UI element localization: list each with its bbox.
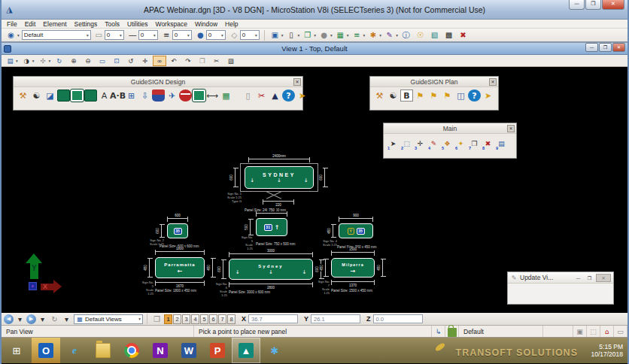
clip-volume-icon[interactable]: ✂ [210,56,223,66]
view-next-dropdown[interactable]: ▾ [37,314,48,324]
models-icon[interactable]: ● ▾ [318,29,333,41]
guide-sign-panel[interactable]: 35 [167,223,188,238]
help-icon[interactable]: ? [468,89,481,102]
sign-text-icon[interactable]: A [98,89,111,102]
microstation-button[interactable]: ▲ [232,338,260,363]
view-rotation-dropdown[interactable]: ▾ [61,314,72,324]
update-view-titlebar[interactable]: ✎ Update Vi... —❐✕ [508,272,613,284]
menu-item[interactable]: Tools [102,20,123,28]
menu-item[interactable]: Help [222,20,241,28]
sign-library-icon[interactable]: B [400,89,413,102]
view-rotation-button[interactable]: ↻ [49,314,60,324]
x-coordinate-field[interactable]: 36.7 [248,314,298,323]
cut-sign-icon[interactable]: ✂ [255,89,268,102]
view-toggle[interactable]: 2 [173,314,181,324]
panel-layout-icon[interactable]: ▦ [220,89,232,102]
palette-titlebar[interactable]: GuideSIGN Design ✕ [14,77,302,87]
webex-button[interactable]: ✱ [260,338,289,363]
walk-icon[interactable]: ∞ [153,56,166,66]
delete-element-icon[interactable]: ✖ [457,29,470,41]
copy-view-icon[interactable]: ❐ [196,56,209,66]
airport-symbol-icon[interactable]: ✈ [166,89,178,102]
rotate-signpost-icon[interactable]: ⚑ [427,89,440,102]
view-minimize-button[interactable]: — [585,43,598,52]
z-coordinate-field[interactable]: 0.0 [373,314,423,323]
palette-icon[interactable]: ☯ [387,89,400,102]
view-toggle[interactable]: 8 [227,314,235,324]
color-picker[interactable]: ▭ 0▾ [93,29,125,41]
guide-sign-panel[interactable]: Parramatta ← [155,257,205,278]
transparency-picker[interactable]: ◇ 0▾ [228,29,260,41]
guide-sign-panel[interactable]: SYDNEY ↓↓↓ [245,166,314,189]
taskbar-clock[interactable]: 5:15 PM 10/17/2018 [591,343,627,358]
view-toggle[interactable]: 5 [200,314,208,324]
view-toggle[interactable]: 4 [191,314,199,324]
word-button[interactable]: W [175,338,203,363]
wrench-icon[interactable]: ⚒ [17,89,29,102]
menu-item[interactable]: Settings [71,20,101,28]
abbreviation-icon[interactable]: A·B [111,89,124,102]
drawing-canvas[interactable]: GuideSIGN Design ✕ ⚒☯◪AA·B⊞⇩✈⟷▦ ▯✂▲?➤ Gu… [2,67,627,313]
dimension-tool-icon[interactable]: ⟷ [206,89,219,102]
view-next-icon[interactable]: ↷ [181,56,195,66]
internet-explorer-button[interactable]: e [60,338,89,363]
y-coordinate-field[interactable]: 26.1 [311,314,360,323]
pan-view-icon[interactable]: ✛ [138,56,152,66]
view-previous-button[interactable]: ◀ [4,314,14,324]
close-button[interactable]: ✕ [602,0,624,10]
no-entry-symbol-icon[interactable] [179,89,192,102]
reference-icon[interactable]: ❐ ▾ [301,29,317,41]
update-minimize-button[interactable]: — [573,274,583,282]
menu-item[interactable]: Element [40,20,69,28]
delete-element-tool[interactable]: ✖ 8 [482,136,494,150]
help-icon[interactable]: ? [282,89,295,102]
update-view-icon[interactable]: ↻ [53,56,66,66]
clip-mask-icon[interactable]: ▨ [224,56,238,66]
chrome-button[interactable] [117,338,146,363]
view-toggle[interactable]: 7 [218,314,226,324]
menu-item[interactable]: Workspace [153,20,190,28]
cell-selector-icon[interactable]: ▩ [442,29,456,41]
import-icon[interactable]: ⇩ [138,89,151,102]
place-panel-icon[interactable] [71,89,84,102]
active-locks-status[interactable]: Default [459,326,543,337]
display-style-icon[interactable]: ◑ ▾ [20,56,36,66]
new-file-icon[interactable]: ▯ ▾ [285,29,301,41]
zoom-in-icon[interactable]: ⊕ [67,56,81,66]
guide-sign-panel[interactable]: Sydney ↓↓↓ [229,259,313,280]
view-toggle[interactable]: 3 [182,314,190,324]
palette-titlebar[interactable]: GuideSIGN Plan ✕ [370,77,498,87]
powerpoint-button[interactable]: P [203,338,232,363]
guide-sign-panel[interactable]: Milperra → [331,258,375,278]
active-settings-icon[interactable]: ▣ ▾ [269,29,284,41]
active-element-button[interactable]: ◉ ▾ [5,29,20,41]
update-close-button[interactable]: ✕ [596,274,611,282]
adjust-view-icon[interactable]: ✣ ▾ [37,56,53,66]
menu-item[interactable]: Edit [22,20,39,28]
fence-tool[interactable]: ⬚ 2 [400,136,413,150]
move-signpost-icon[interactable]: ⚑ [441,89,454,102]
edit-panel-icon[interactable] [84,89,97,102]
menu-item[interactable]: Utilities [124,20,150,28]
report-icon[interactable]: ▯ [242,89,254,102]
groups-tool[interactable]: ❖ 5 [441,136,454,150]
element-info-icon[interactable]: ⓘ [400,29,413,41]
start-button[interactable]: ⊞ [2,338,32,363]
close-icon[interactable]: ✕ [489,78,497,86]
modify-tool[interactable]: ✦ 6 [454,136,467,150]
manipulate-tool[interactable]: ✛ 3 [414,136,427,150]
file-explorer-button[interactable] [89,338,117,363]
copy-tool[interactable]: ❐ 7 [468,136,481,150]
view-next-button[interactable]: ▶ [26,314,36,324]
raster-manager-icon[interactable]: ▦ ▾ [334,29,350,41]
line-style-picker[interactable]: ― 0▾ [126,29,159,41]
level-manager-icon[interactable]: ≡ ▾ [351,29,366,41]
change-attributes-tool[interactable]: ✎ 4 [427,136,440,150]
menu-item[interactable]: File [4,20,20,28]
line-weight-picker[interactable]: ≡ 0▾ [160,29,193,41]
outlook-button[interactable]: O [32,338,60,363]
palette-icon[interactable]: ☯ [30,89,43,102]
update-restore-button[interactable]: ❐ [585,274,594,282]
guide-sign-panel[interactable]: 31 ↑ [256,218,287,236]
close-icon[interactable]: ✕ [507,125,515,132]
